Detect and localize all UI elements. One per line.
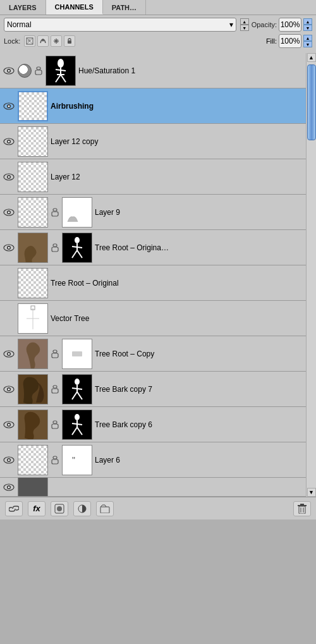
svg-line-43 (77, 250, 82, 258)
chain-icon (51, 385, 59, 394)
layer-effects-button[interactable]: fx (28, 501, 46, 516)
lock-position-btn[interactable] (51, 35, 62, 47)
new-adjustment-button[interactable] (73, 501, 91, 516)
layers-list: Hue/Saturation 1 Airbrushing (0, 53, 306, 497)
layer-name: Layer 12 copy (51, 137, 303, 146)
layer-name: Tree Root – Original (51, 279, 303, 288)
visibility-icon[interactable] (3, 64, 15, 77)
opacity-stepper-down[interactable]: ▼ (303, 25, 312, 31)
svg-point-49 (8, 353, 10, 355)
layer-row[interactable]: Tree Root – Copy (0, 336, 306, 372)
layer-row[interactable]: " Layer 6 (0, 442, 306, 478)
svg-rect-84 (100, 507, 109, 513)
layers-scroll-area: Hue/Saturation 1 Airbrushing (0, 53, 316, 497)
visibility-icon[interactable] (3, 348, 15, 360)
svg-rect-37 (53, 244, 57, 246)
fill-value[interactable]: 100% (279, 34, 301, 48)
lock-transparent-btn[interactable] (24, 35, 35, 47)
tab-bar: LAYERS CHANNELS PATH… (0, 0, 316, 15)
svg-rect-33 (52, 212, 58, 216)
visibility-icon[interactable] (3, 418, 15, 431)
scrollbar[interactable]: ▲ ▼ (306, 53, 316, 497)
svg-point-31 (8, 211, 10, 213)
opacity-label: Opacity: (252, 21, 277, 28)
svg-rect-12 (35, 70, 42, 75)
chain-icon (51, 349, 59, 358)
scroll-up-btn[interactable]: ▲ (307, 53, 316, 62)
layer-thumbnail (18, 303, 48, 334)
tab-channels[interactable]: CHANNELS (46, 0, 103, 15)
lock-label: Lock: (4, 37, 20, 45)
link-layers-button[interactable] (5, 501, 23, 516)
lock-all-btn[interactable] (64, 35, 75, 47)
layer-row[interactable]: Vector Tree (0, 301, 306, 336)
svg-rect-76 (52, 459, 58, 464)
layer-name: Tree Root – Origina… (95, 243, 303, 252)
opacity-stepper-up[interactable]: ▲ (303, 18, 312, 25)
layer-thumbnail (18, 126, 48, 157)
visibility-icon[interactable] (3, 481, 15, 494)
tab-paths[interactable]: PATH… (103, 0, 146, 15)
scroll-thumb[interactable] (307, 64, 316, 140)
svg-point-82 (57, 506, 62, 511)
blend-stepper-down[interactable]: ▼ (240, 25, 249, 31)
fill-stepper-down[interactable]: ▼ (303, 41, 312, 47)
svg-point-13 (58, 59, 64, 68)
layer-row[interactable]: Layer 12 copy (0, 124, 306, 159)
layer-row[interactable]: Tree Root – Original (0, 265, 306, 301)
layer-row[interactable]: Tree Root – Origina… (0, 230, 306, 265)
add-mask-button[interactable] (51, 501, 68, 516)
svg-text:": " (72, 455, 75, 465)
visibility-icon[interactable] (3, 135, 15, 148)
svg-rect-75 (53, 456, 57, 459)
svg-line-69 (72, 423, 82, 425)
lock-image-btn[interactable] (37, 35, 49, 47)
svg-rect-65 (53, 421, 57, 423)
new-group-button[interactable] (96, 501, 114, 516)
layer-thumbnail (18, 445, 48, 475)
lock-icons (24, 35, 75, 47)
fill-stepper[interactable]: ▲ ▼ (303, 35, 312, 47)
layer-row[interactable]: Layer 12 (0, 159, 306, 195)
layer-thumbnail (18, 91, 48, 121)
layer-row[interactable]: Layer 9 (0, 195, 306, 230)
delete-layer-button[interactable] (293, 501, 311, 516)
mask-thumbnail (62, 410, 92, 440)
svg-rect-56 (52, 389, 58, 393)
svg-rect-86 (300, 504, 304, 505)
layer-row[interactable]: Tree Bark copy 6 (0, 407, 306, 442)
layer-row[interactable]: Airbrushing (0, 88, 306, 124)
scroll-down-btn[interactable]: ▼ (307, 488, 316, 497)
blend-mode-select[interactable]: Normal ▾ (4, 18, 236, 32)
layer-row[interactable]: Tree Bark copy 7 (0, 372, 306, 407)
svg-line-15 (56, 70, 66, 71)
svg-point-25 (8, 140, 10, 142)
visibility-icon[interactable] (3, 171, 15, 183)
opacity-stepper[interactable]: ▲ ▼ (303, 18, 312, 31)
blend-row: Normal ▾ ▲ ▼ Opacity: 100% ▲ ▼ (4, 18, 312, 32)
layer-thumbnail (18, 162, 48, 192)
visibility-icon[interactable] (3, 383, 15, 396)
layer-name: Layer 6 (95, 456, 303, 465)
svg-rect-32 (53, 209, 57, 211)
visibility-icon[interactable] (3, 241, 15, 254)
svg-line-60 (72, 392, 77, 399)
layer-name: Vector Tree (51, 314, 303, 323)
layer-name: Layer 9 (95, 208, 303, 217)
visibility-icon[interactable] (3, 454, 15, 466)
layer-row[interactable] (0, 478, 306, 497)
layer-row[interactable]: Hue/Saturation 1 (0, 53, 306, 88)
blend-stepper-up[interactable]: ▲ (240, 18, 249, 25)
svg-point-2 (42, 40, 44, 42)
chain-icon (51, 243, 59, 252)
visibility-icon[interactable] (3, 206, 15, 219)
blend-stepper[interactable]: ▲ ▼ (240, 18, 249, 31)
layer-thumbnail (18, 197, 48, 228)
tab-layers[interactable]: LAYERS (0, 0, 46, 15)
layer-thumbnail (18, 268, 48, 298)
svg-point-54 (8, 388, 10, 390)
opacity-value[interactable]: 100% (279, 18, 301, 32)
fill-stepper-up[interactable]: ▲ (303, 35, 312, 41)
visibility-icon[interactable] (3, 100, 15, 112)
svg-point-39 (75, 237, 80, 243)
